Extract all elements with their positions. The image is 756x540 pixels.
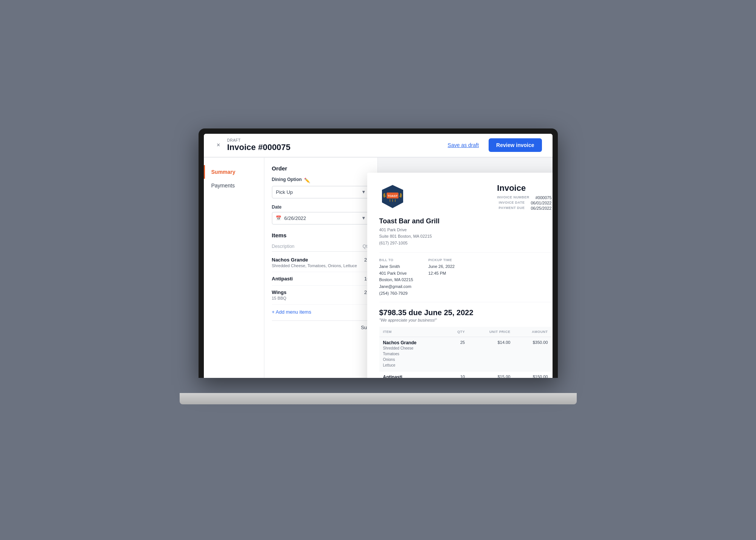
dining-option-label: Dining Option — [272, 177, 302, 182]
th-unit-price: UNIT PRICE — [469, 327, 514, 337]
order-panel: Order Dining Option ✏️ Pick Up Dine In D… — [264, 158, 378, 378]
items-section: Items Description Qty Nachos Grande — [272, 232, 370, 330]
td-antipasti-unit-price: $15.00 — [469, 371, 514, 378]
pickup-time-column: PICKUP TIME June 26, 2022 12:45 PM — [428, 258, 455, 297]
header-actions: Save as draft Review invoice — [442, 138, 542, 152]
restaurant-address: 401 Park Drive Suite 801 Boston, MA 0221… — [379, 227, 552, 247]
dining-option-dropdown-wrapper: Pick Up Dine In Delivery ▼ — [272, 186, 370, 198]
bill-to-info: Jane Smith 401 Park Drive Boston, MA 022… — [379, 263, 413, 297]
invoice-number-label: INVOICE NUMBER — [497, 195, 529, 200]
toast-logo-icon: TOAST — [379, 183, 406, 210]
invoice-word-label: Invoice — [497, 183, 551, 193]
td-nachos-name: Nachos Grande Shredded CheeseTomatoesOni… — [379, 337, 445, 371]
invoice-number-value: #000075 — [536, 195, 552, 200]
item-name-wings: Wings — [272, 289, 287, 295]
app-header: × DRAFT Invoice #000075 Save as draft Re… — [204, 134, 553, 157]
item-desc-nachos: Shredded Cheese, Tomatoes, Onions, Lettu… — [272, 263, 357, 268]
close-button[interactable]: × — [214, 141, 223, 149]
date-label: Date — [272, 204, 370, 210]
td-antipasti-name: Antipasti — [379, 371, 445, 378]
dining-option-label-row: Dining Option ✏️ — [272, 177, 370, 184]
sidebar: Summary Payments — [204, 158, 264, 378]
invoice-items-table: ITEM QTY UNIT PRICE AMOUNT — [379, 327, 552, 378]
th-item: ITEM — [379, 327, 445, 337]
sidebar-item-payments[interactable]: Payments — [204, 179, 264, 192]
invoice-date-value: 06/01/2022 — [531, 201, 551, 205]
review-invoice-button[interactable]: Review invoice — [489, 138, 542, 152]
item-name-antipasti: Antipasti — [272, 276, 293, 282]
th-qty: QTY — [445, 327, 469, 337]
invoice-title-block: DRAFT Invoice #000075 — [227, 138, 291, 152]
pickup-time-title: PICKUP TIME — [428, 258, 455, 262]
pickup-time-info: June 26, 2022 12:45 PM — [428, 263, 455, 277]
item-name-nachos: Nachos Grande — [272, 257, 357, 263]
items-col-description-header: Description — [272, 244, 295, 249]
order-item-nachos: Nachos Grande Shredded Cheese, Tomatoes,… — [272, 253, 370, 272]
invoice-header-right: Invoice INVOICE NUMBER #000075 INVOICE D… — [497, 183, 551, 211]
td-nachos-qty: 25 — [445, 337, 469, 371]
items-section-title: Items — [272, 232, 370, 238]
invoice-top: TOAST Invoice — [379, 183, 552, 211]
item-desc-wings: 15 BBQ — [272, 296, 287, 300]
add-menu-items-button[interactable]: + Add menu items — [272, 309, 311, 315]
header-left: × DRAFT Invoice #000075 — [214, 138, 291, 152]
app-body: Summary Payments Order Dining Option ✏️ — [204, 158, 553, 378]
payment-due-value: 06/25/2022 — [531, 206, 551, 210]
order-section-title: Order — [272, 165, 370, 172]
table-row-antipasti: Antipasti 10 $15.00 $150.00 — [379, 371, 552, 378]
appreciation-text: "We appreciate your business!" — [379, 318, 552, 322]
restaurant-name: Toast Bar and Grill — [379, 217, 552, 225]
table-row-nachos: Nachos Grande Shredded CheeseTomatoesOni… — [379, 337, 552, 371]
svg-text:TOAST: TOAST — [387, 194, 397, 197]
td-nachos-amount: $350.00 — [514, 337, 551, 371]
laptop-base — [180, 393, 577, 404]
td-nachos-unit-price: $14.00 — [469, 337, 514, 371]
invoice-meta: INVOICE NUMBER #000075 INVOICE DATE 06/0… — [497, 195, 551, 210]
date-input[interactable] — [272, 212, 370, 224]
date-wrapper: 📅 ▼ — [272, 212, 370, 224]
subtotal-row: Sub — [272, 320, 370, 330]
logo-block: TOAST — [379, 183, 406, 211]
billing-section: BILL TO Jane Smith 401 Park Drive Boston… — [379, 252, 552, 302]
td-antipasti-amount: $150.00 — [514, 371, 551, 378]
sidebar-item-summary[interactable]: Summary — [204, 165, 264, 179]
edit-dining-icon[interactable]: ✏️ — [304, 178, 310, 183]
save-draft-button[interactable]: Save as draft — [442, 139, 484, 151]
payment-due-label: PAYMENT DUE — [498, 206, 525, 210]
amount-due-block: $798.35 due June 25, 2022 "We appreciate… — [379, 308, 552, 322]
td-antipasti-qty: 10 — [445, 371, 469, 378]
order-item-wings: Wings 15 BBQ 25 — [272, 286, 370, 305]
order-item-antipasti: Antipasti 10 — [272, 272, 370, 286]
items-header-row: Description Qty — [272, 244, 370, 252]
invoice-preview-panel: TOAST Invoice — [367, 173, 553, 378]
invoice-title: Invoice #000075 — [227, 142, 291, 152]
th-amount: AMOUNT — [514, 327, 551, 337]
bill-to-title: BILL TO — [379, 258, 413, 262]
amount-due-text: $798.35 due June 25, 2022 — [379, 308, 552, 317]
bill-to-column: BILL TO Jane Smith 401 Park Drive Boston… — [379, 258, 413, 297]
invoice-date-label: INVOICE DATE — [499, 201, 525, 205]
draft-label: DRAFT — [227, 138, 291, 142]
dining-option-select[interactable]: Pick Up Dine In Delivery — [272, 186, 370, 198]
